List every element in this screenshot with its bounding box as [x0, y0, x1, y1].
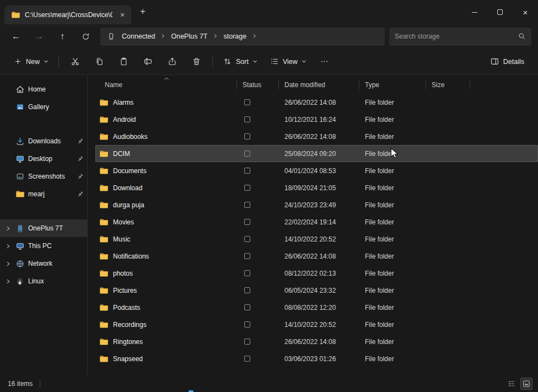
- breadcrumb-segment-storage[interactable]: storage: [219, 30, 250, 42]
- file-row-movies[interactable]: Movies 22/02/2024 19:14 File folder: [95, 213, 538, 230]
- file-row-notifications[interactable]: Notifications 26/06/2022 14:08 File fold…: [95, 248, 538, 265]
- tab-close-icon[interactable]: ×: [117, 9, 128, 20]
- file-name: Snapseed: [113, 355, 143, 363]
- file-row-music[interactable]: Music 14/10/2022 20:52 File folder: [95, 230, 538, 248]
- sidebar-item-network[interactable]: Network: [0, 255, 87, 272]
- column-header-size[interactable]: Size: [426, 77, 470, 93]
- file-row-podcasts[interactable]: Podcasts 08/08/2022 12:20 File folder: [95, 299, 538, 316]
- sync-status-icon: [244, 116, 250, 122]
- back-button[interactable]: ←: [4, 27, 28, 46]
- minimize-button[interactable]: [462, 0, 487, 24]
- sidebar-item-desktop[interactable]: Desktop: [0, 150, 87, 168]
- file-row-snapseed[interactable]: Snapseed 03/06/2023 01:26 File folder: [95, 350, 538, 367]
- file-row-audiobooks[interactable]: Audiobooks 26/06/2022 14:08 File folder: [95, 128, 538, 145]
- new-button[interactable]: New: [8, 52, 55, 71]
- file-row-android[interactable]: Android 10/12/2021 16:24 File folder: [95, 111, 538, 128]
- file-row-dcim[interactable]: DCIM 25/08/2024 09:20 File folder: [95, 145, 538, 162]
- expand-chevron-icon[interactable]: [3, 225, 12, 232]
- breadcrumb-chevron-icon[interactable]: [211, 34, 219, 39]
- toolbar-separator: [212, 56, 213, 68]
- view-button[interactable]: View: [263, 52, 313, 71]
- search-box[interactable]: [389, 28, 531, 45]
- icons-view-toggle[interactable]: [520, 378, 532, 390]
- status-cell: [237, 185, 279, 191]
- cut-button[interactable]: [63, 52, 87, 71]
- new-tab-button[interactable]: +: [134, 3, 151, 20]
- status-cell: [237, 356, 279, 362]
- delete-button[interactable]: [184, 52, 208, 71]
- breadcrumb[interactable]: ConnectedOnePlus 7Tstorage: [100, 28, 385, 45]
- more-options-button[interactable]: [313, 52, 337, 71]
- type-cell: File folder: [359, 287, 426, 294]
- column-header-status[interactable]: Status: [237, 77, 279, 93]
- file-row-documents[interactable]: Documents 04/01/2024 08:53 File folder: [95, 162, 538, 179]
- expand-chevron-icon[interactable]: [3, 278, 12, 284]
- name-cell: DCIM: [95, 150, 237, 158]
- search-input[interactable]: [395, 33, 518, 40]
- search-icon[interactable]: [518, 32, 526, 40]
- type-cell: File folder: [359, 338, 426, 346]
- expand-chevron-icon[interactable]: [3, 261, 12, 267]
- sidebar-item-gallery[interactable]: Gallery: [0, 98, 87, 116]
- up-button[interactable]: ↑: [51, 27, 74, 46]
- file-row-durga-puja[interactable]: durga puja 24/10/2023 23:49 File folder: [95, 196, 538, 213]
- forward-button[interactable]: →: [28, 27, 51, 46]
- chevron-down-icon: [302, 59, 306, 64]
- status-cell: [237, 116, 279, 122]
- date-modified-cell: 24/10/2023 23:49: [279, 201, 359, 209]
- share-button[interactable]: [160, 52, 184, 71]
- copy-button[interactable]: [87, 52, 111, 71]
- close-button[interactable]: ×: [513, 0, 538, 24]
- name-cell: Download: [95, 184, 237, 192]
- folder-icon: [99, 184, 109, 192]
- date-modified-cell: 03/06/2023 01:26: [279, 355, 359, 363]
- file-row-download[interactable]: Download 18/09/2024 21:05 File folder: [95, 179, 538, 196]
- refresh-button[interactable]: [74, 27, 97, 46]
- sync-status-icon: [244, 202, 250, 208]
- folder-icon: [99, 218, 109, 226]
- breadcrumb-segment-connected[interactable]: Connected: [118, 30, 159, 42]
- column-header-date-modified[interactable]: Date modified: [279, 77, 359, 93]
- column-header-name[interactable]: Name: [95, 77, 237, 93]
- column-header-label: Date modified: [284, 81, 325, 89]
- sidebar-item-downloads[interactable]: Downloads: [0, 132, 87, 150]
- sidebar-item-mearj[interactable]: mearj: [0, 185, 87, 203]
- file-row-alarms[interactable]: Alarms 26/06/2022 14:08 File folder: [95, 94, 538, 111]
- sidebar-item-linux[interactable]: Linux: [0, 272, 87, 290]
- status-cell: [237, 236, 279, 242]
- breadcrumb-chevron-icon[interactable]: [250, 34, 259, 39]
- name-cell: Movies: [95, 218, 237, 226]
- sidebar-item-home[interactable]: Home: [0, 80, 87, 98]
- sync-status-icon: [244, 287, 250, 293]
- file-row-photos[interactable]: photos 08/12/2022 02:13 File folder: [95, 265, 538, 282]
- rename-button[interactable]: [136, 52, 160, 71]
- chevron-down-icon: [44, 59, 49, 64]
- status-cell: [237, 219, 279, 225]
- breadcrumb-segment-oneplus-7t[interactable]: OnePlus 7T: [167, 30, 211, 42]
- type-cell: File folder: [359, 184, 426, 192]
- linux-icon: [14, 276, 25, 287]
- file-row-recordings[interactable]: Recordings 14/10/2022 20:52 File folder: [95, 316, 538, 333]
- sidebar-item-oneplus-7t[interactable]: OnePlus 7T: [0, 219, 87, 237]
- details-view-toggle[interactable]: [505, 378, 518, 390]
- folder-icon: [99, 201, 109, 209]
- expand-chevron-icon[interactable]: [3, 243, 12, 249]
- sort-button[interactable]: Sort: [217, 52, 263, 71]
- date-modified-cell: 18/09/2024 21:05: [279, 184, 359, 192]
- file-row-ringtones[interactable]: Ringtones 26/06/2022 14:08 File folder: [95, 333, 538, 350]
- file-name: Alarms: [113, 99, 133, 106]
- details-pane-button[interactable]: Details: [484, 52, 530, 71]
- type-cell: File folder: [359, 201, 426, 209]
- column-header-type[interactable]: Type: [359, 77, 426, 93]
- sidebar-item-this-pc[interactable]: This PC: [0, 237, 87, 255]
- file-row-pictures[interactable]: Pictures 06/05/2024 23:32 File folder: [95, 282, 538, 299]
- phone-icon: [14, 223, 25, 234]
- paste-button[interactable]: [111, 52, 136, 71]
- explorer-tab[interactable]: C:\Users\mearj\CrossDevice\O ×: [4, 6, 131, 24]
- sidebar-item-screenshots[interactable]: Screenshots: [0, 168, 87, 185]
- breadcrumb-chevron-icon[interactable]: [159, 34, 167, 39]
- maximize-button[interactable]: [487, 0, 513, 24]
- network-icon: [14, 258, 25, 269]
- plus-icon: [14, 57, 22, 66]
- status-cell: [237, 168, 279, 174]
